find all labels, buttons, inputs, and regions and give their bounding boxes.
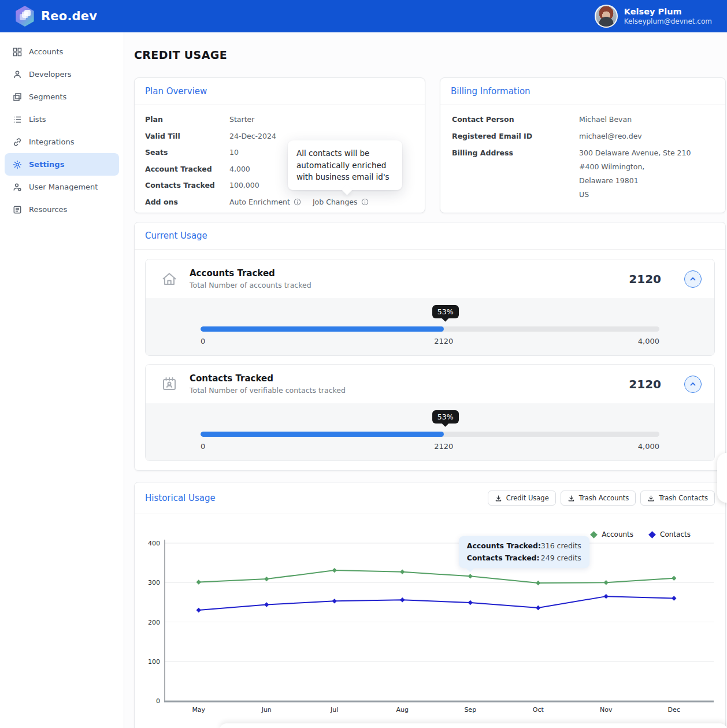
legend-item-contacts[interactable]: Contacts bbox=[650, 530, 691, 538]
diamond-marker-icon bbox=[590, 531, 598, 538]
user-gear-icon bbox=[13, 183, 22, 192]
current-usage-title: Current Usage bbox=[135, 222, 725, 250]
plan-overview-card: Plan Overview Plan Starter Valid Till 24… bbox=[134, 77, 425, 213]
meter-subtitle: Total Number of verifiable contacts trac… bbox=[190, 386, 346, 395]
edge-panel-handle[interactable] bbox=[717, 453, 727, 503]
plan-row: Plan Starter bbox=[145, 115, 414, 124]
sidebar-item-accounts[interactable]: Accounts bbox=[5, 40, 119, 63]
historical-usage-card: Historical Usage Credit Usage Trash Acco… bbox=[134, 482, 726, 728]
bar-max-label: 4,000 bbox=[638, 442, 659, 451]
trash-accounts-download-button[interactable]: Trash Accounts bbox=[561, 491, 636, 506]
trash-contacts-download-button[interactable]: Trash Contacts bbox=[640, 491, 715, 506]
info-icon[interactable] bbox=[294, 198, 301, 206]
sidebar: Accounts Developers Segments Lists Integ… bbox=[0, 32, 124, 728]
meter-subtitle: Total Number of accounts tracked bbox=[190, 281, 311, 289]
download-icon bbox=[495, 495, 502, 502]
contact-book-icon bbox=[160, 374, 179, 394]
sidebar-item-integrations[interactable]: Integrations bbox=[5, 131, 119, 153]
collapse-button[interactable] bbox=[684, 376, 702, 393]
svg-text:0: 0 bbox=[156, 697, 160, 705]
sidebar-item-label: Lists bbox=[29, 115, 46, 124]
svg-text:Oct: Oct bbox=[533, 706, 544, 714]
svg-text:Jul: Jul bbox=[330, 706, 338, 714]
person-icon bbox=[13, 70, 22, 79]
download-icon bbox=[567, 495, 575, 502]
reo-dev-logo-icon bbox=[15, 6, 35, 27]
user-email: Kelseyplum@devnet.com bbox=[624, 17, 712, 25]
chart-tooltip: Accounts Tracked: 316 credits Contacts T… bbox=[459, 536, 589, 568]
chart-legend: AccountsContacts bbox=[143, 530, 691, 538]
meter-title: Accounts Tracked bbox=[190, 268, 311, 278]
contacts-tracked-meter: Contacts Tracked Total Number of verifia… bbox=[145, 364, 715, 461]
sidebar-item-label: Accounts bbox=[29, 47, 63, 56]
info-icon[interactable] bbox=[361, 198, 369, 206]
valid-till-row: Valid Till 24-Dec-2024 bbox=[145, 132, 414, 140]
credit-usage-download-button[interactable]: Credit Usage bbox=[488, 491, 556, 506]
page-title: CREDIT USAGE bbox=[134, 49, 726, 61]
sidebar-item-label: Developers bbox=[29, 70, 72, 79]
sidebar-item-settings[interactable]: Settings bbox=[5, 153, 119, 176]
svg-text:Aug: Aug bbox=[396, 706, 409, 714]
registered-email-row: Registered Email ID michael@reo.dev bbox=[452, 132, 714, 140]
gear-icon bbox=[13, 160, 22, 169]
meter-value: 2120 bbox=[629, 377, 661, 391]
sidebar-item-user-management[interactable]: User Management bbox=[5, 176, 119, 198]
plan-overview-title: Plan Overview bbox=[135, 78, 425, 105]
billing-title: Billing Information bbox=[440, 78, 725, 105]
bar-min-label: 0 bbox=[201, 337, 205, 346]
svg-text:Sep: Sep bbox=[464, 706, 476, 714]
user-menu[interactable]: Kelsey Plum Kelseyplum@devnet.com bbox=[595, 5, 712, 28]
bar-current-label: 2120 bbox=[434, 337, 453, 346]
partial-card-below bbox=[220, 723, 727, 728]
download-icon bbox=[647, 495, 655, 502]
user-avatar bbox=[595, 5, 618, 28]
progress-bar bbox=[201, 432, 659, 437]
sidebar-item-label: Segments bbox=[29, 92, 66, 101]
overlap-squares-icon bbox=[13, 92, 22, 102]
chevron-up-icon bbox=[689, 276, 696, 283]
historical-usage-title: Historical Usage bbox=[145, 493, 488, 503]
addon-tooltip: All contacts will be automatically enric… bbox=[288, 140, 402, 190]
meter-title: Contacts Tracked bbox=[190, 373, 346, 384]
svg-text:Nov: Nov bbox=[600, 706, 613, 714]
addons-row: Add ons Auto Enrichment Job Changes bbox=[145, 198, 414, 206]
sidebar-item-label: User Management bbox=[29, 183, 98, 191]
document-icon bbox=[13, 205, 22, 214]
billing-information-card: Billing Information Contact Person Micha… bbox=[440, 77, 726, 213]
contact-person-row: Contact Person Michael Bevan bbox=[452, 115, 714, 124]
svg-text:Dec: Dec bbox=[668, 706, 680, 714]
svg-text:Jun: Jun bbox=[261, 706, 272, 714]
sidebar-item-label: Settings bbox=[29, 160, 64, 169]
bar-min-label: 0 bbox=[201, 442, 205, 451]
chevron-up-icon bbox=[689, 381, 696, 388]
accounts-tracked-meter: Accounts Tracked Total Number of account… bbox=[145, 259, 715, 356]
addon-job-changes: Job Changes bbox=[313, 198, 369, 206]
svg-text:400: 400 bbox=[148, 540, 160, 547]
sidebar-item-label: Resources bbox=[29, 205, 67, 214]
bar-max-label: 4,000 bbox=[638, 337, 659, 346]
current-usage-card: Current Usage Accounts Tracked Total Num… bbox=[134, 222, 726, 471]
legend-label: Contacts bbox=[660, 530, 691, 538]
brand[interactable]: Reo.dev bbox=[15, 6, 97, 27]
app-header: Reo.dev Kelsey Plum Kelseyplum@devnet.co… bbox=[0, 0, 727, 32]
sidebar-item-resources[interactable]: Resources bbox=[5, 198, 119, 221]
home-icon bbox=[160, 269, 179, 289]
sidebar-item-lists[interactable]: Lists bbox=[5, 108, 119, 131]
legend-item-accounts[interactable]: Accounts bbox=[591, 530, 633, 538]
link-icon bbox=[13, 138, 22, 147]
main-content: CREDIT USAGE Plan Overview Plan Starter … bbox=[124, 32, 727, 728]
svg-text:300: 300 bbox=[148, 579, 160, 586]
progress-bar bbox=[201, 326, 659, 332]
collapse-button[interactable] bbox=[684, 270, 702, 288]
sidebar-item-label: Integrations bbox=[29, 138, 74, 146]
line-chart[interactable]: 0100200300400MayJunJulAugSepOctNovDec Ac… bbox=[147, 538, 717, 720]
list-icon bbox=[13, 115, 22, 124]
addon-auto-enrichment: Auto Enrichment bbox=[229, 198, 301, 206]
user-name: Kelsey Plum bbox=[624, 7, 712, 16]
sidebar-item-developers[interactable]: Developers bbox=[5, 63, 119, 86]
meter-value: 2120 bbox=[629, 272, 661, 286]
bar-current-label: 2120 bbox=[434, 442, 453, 451]
brand-name: Reo.dev bbox=[41, 9, 97, 23]
svg-text:May: May bbox=[192, 706, 205, 714]
sidebar-item-segments[interactable]: Segments bbox=[5, 86, 119, 108]
